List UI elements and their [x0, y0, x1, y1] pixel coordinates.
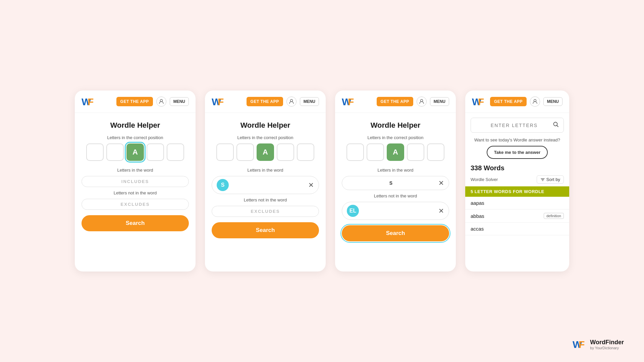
enter-letters-bar[interactable]: [471, 118, 564, 133]
card-3: W F GET THE APP MENU Wordle Helper Lette…: [335, 90, 456, 272]
today-answer-text: Want to see today's Wordle answer instea…: [472, 137, 562, 142]
includes-value-3: S: [347, 180, 436, 186]
footer-brand-name: WordFinder: [590, 339, 624, 346]
letter-box-1-3[interactable]: [147, 143, 164, 161]
includes-clear-2[interactable]: ✕: [308, 181, 314, 189]
not-in-word-label-3: Letters not in the word: [335, 193, 456, 198]
solver-label: Wordle Solver: [471, 177, 498, 182]
solver-row: Wordle Solver Sort by: [465, 174, 569, 186]
letter-box-2-3[interactable]: [277, 143, 294, 161]
correct-position-label-1: Letters in the correct position: [75, 135, 196, 140]
includes-input-row-3[interactable]: S ✕: [342, 176, 449, 190]
logo-4: W F: [472, 96, 487, 107]
letter-box-3-0[interactable]: [346, 143, 364, 161]
letter-box-1-1[interactable]: [106, 143, 124, 161]
in-word-label-2: Letters in the word: [205, 168, 326, 173]
sort-label: Sort by: [546, 177, 560, 182]
user-icon-2[interactable]: [286, 97, 297, 107]
user-icon-4[interactable]: [530, 97, 540, 107]
get-app-button-2[interactable]: GET THE APP: [247, 97, 283, 106]
excludes-placeholder-1: EXCLUDES: [87, 202, 184, 207]
excludes-input-row-3[interactable]: EL ✕: [342, 202, 449, 220]
logo-1: W F: [82, 96, 96, 107]
search-button-1[interactable]: Search: [82, 215, 189, 231]
svg-text:F: F: [88, 96, 94, 107]
in-word-label-3: Letters in the word: [335, 168, 456, 173]
letter-box-1-0[interactable]: [86, 143, 104, 161]
word-text-accas: accas: [471, 226, 484, 232]
menu-button-4[interactable]: MENU: [543, 97, 562, 106]
letter-box-2-2[interactable]: A: [257, 143, 274, 161]
letter-box-2-4[interactable]: [297, 143, 314, 161]
nav-bar-4: W F GET THE APP MENU: [465, 90, 569, 113]
word-item-accas: accas: [465, 223, 569, 235]
letter-box-3-4[interactable]: [427, 143, 444, 161]
nav-bar-1: W F GET THE APP MENU: [75, 90, 196, 113]
logo-2: W F: [212, 96, 226, 107]
search-icon[interactable]: [553, 121, 559, 129]
letter-box-1-4[interactable]: [167, 143, 184, 161]
svg-text:F: F: [218, 96, 224, 107]
svg-point-12: [554, 122, 557, 126]
in-word-label-1: Letters in the word: [75, 168, 196, 173]
letter-box-3-2[interactable]: A: [387, 143, 404, 161]
nav-bar-3: W F GET THE APP MENU: [335, 90, 456, 113]
includes-input-row-2[interactable]: S ✕: [212, 176, 319, 194]
letter-boxes-3: A: [335, 143, 456, 161]
svg-text:F: F: [579, 339, 585, 350]
word-item-abbas: abbas definition: [465, 209, 569, 223]
letter-box-2-0[interactable]: [216, 143, 234, 161]
includes-clear-3[interactable]: ✕: [438, 179, 444, 187]
menu-button-1[interactable]: MENU: [170, 97, 189, 106]
nav-bar-2: W F GET THE APP MENU: [205, 90, 326, 113]
wordle-helper-title-2: Wordle Helper: [205, 121, 326, 130]
word-text-aapas: aapas: [471, 200, 484, 206]
user-icon-3[interactable]: [417, 97, 427, 107]
word-item-aapas: aapas: [465, 197, 569, 209]
search-button-3[interactable]: Search: [342, 225, 449, 241]
excludes-letter-bubble-3: EL: [347, 205, 359, 217]
footer-brand: W F WordFinder by YourDictionary: [573, 339, 624, 350]
get-app-button-1[interactable]: GET THE APP: [116, 97, 153, 106]
footer-brand-text: WordFinder by YourDictionary: [590, 339, 624, 350]
word-text-abbas: abbas: [471, 213, 484, 219]
wordle-helper-title-3: Wordle Helper: [335, 121, 456, 130]
svg-text:F: F: [478, 96, 484, 107]
excludes-clear-3[interactable]: ✕: [438, 207, 444, 215]
includes-placeholder-1: INCLUDES: [87, 179, 184, 184]
search-button-2[interactable]: Search: [212, 222, 319, 238]
get-app-button-3[interactable]: GET THE APP: [377, 97, 413, 106]
menu-button-3[interactable]: MENU: [430, 97, 449, 106]
logo-3: W F: [342, 96, 357, 107]
take-me-button[interactable]: Take me to the answer: [487, 146, 548, 159]
enter-letters-input[interactable]: [476, 123, 553, 128]
letter-box-3-3[interactable]: [407, 143, 424, 161]
card-2: W F GET THE APP MENU Wordle Helper Lette…: [205, 90, 326, 272]
correct-position-label-3: Letters in the correct position: [335, 135, 456, 140]
letter-box-2-1[interactable]: [236, 143, 254, 161]
excludes-placeholder-2: EXCLUDES: [217, 209, 314, 214]
svg-text:F: F: [348, 96, 354, 107]
user-icon-1[interactable]: [156, 97, 166, 107]
excludes-input-row-2[interactable]: EXCLUDES: [212, 206, 319, 217]
category-header: 5 LETTER WORDS FOR WORDLE: [465, 186, 569, 197]
includes-letter-bubble-2: S: [217, 179, 229, 191]
get-app-button-4[interactable]: GET THE APP: [490, 97, 527, 106]
letter-box-3-1[interactable]: [367, 143, 384, 161]
wordle-helper-title-1: Wordle Helper: [75, 121, 196, 130]
main-container: W F GET THE APP MENU Wordle Helper Lette…: [61, 77, 583, 285]
definition-tag-abbas[interactable]: definition: [544, 213, 564, 219]
letter-box-1-2[interactable]: A: [126, 143, 144, 161]
excludes-input-row-1[interactable]: EXCLUDES: [82, 199, 189, 210]
letter-boxes-1: A: [75, 143, 196, 161]
not-in-word-label-1: Letters not in the word: [75, 190, 196, 195]
sort-button[interactable]: Sort by: [537, 175, 564, 184]
words-count: 338 Words: [465, 164, 569, 174]
includes-input-row-1[interactable]: INCLUDES: [82, 176, 189, 187]
menu-button-2[interactable]: MENU: [300, 97, 319, 106]
letter-boxes-2: A: [205, 143, 326, 161]
footer-brand-sub: by YourDictionary: [590, 346, 624, 350]
not-in-word-label-2: Letters not in the word: [205, 197, 326, 202]
card-1: W F GET THE APP MENU Wordle Helper Lette…: [75, 90, 196, 272]
correct-position-label-2: Letters in the correct position: [205, 135, 326, 140]
